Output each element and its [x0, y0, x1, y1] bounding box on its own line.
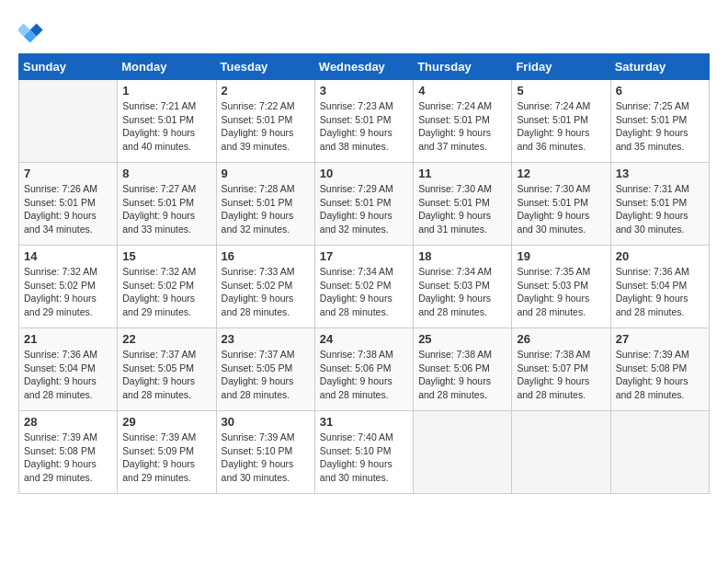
calendar-cell: 19 Sunrise: 7:35 AMSunset: 5:03 PMDaylig… [512, 246, 610, 328]
calendar-cell [414, 411, 512, 494]
day-info: Sunrise: 7:36 AMSunset: 5:04 PMDaylight:… [616, 265, 704, 319]
day-number: 23 [222, 332, 310, 346]
calendar-cell [610, 411, 709, 494]
day-info: Sunrise: 7:24 AMSunset: 5:01 PMDaylight:… [418, 99, 506, 154]
day-number: 21 [24, 332, 112, 346]
day-info: Sunrise: 7:39 AMSunset: 5:08 PMDaylight:… [616, 348, 704, 402]
day-number: 25 [418, 332, 506, 346]
calendar-cell: 1 Sunrise: 7:21 AMSunset: 5:01 PMDayligh… [118, 80, 216, 163]
day-number: 11 [418, 167, 506, 180]
day-number: 22 [122, 332, 210, 346]
day-number: 1 [122, 84, 210, 98]
calendar-cell: 26 Sunrise: 7:38 AMSunset: 5:07 PMDaylig… [512, 328, 610, 411]
day-number: 4 [418, 84, 506, 98]
calendar-cell: 7 Sunrise: 7:26 AMSunset: 5:01 PMDayligh… [19, 163, 118, 246]
col-header-monday: Monday [118, 54, 216, 80]
day-number: 8 [122, 167, 210, 180]
day-info: Sunrise: 7:22 AMSunset: 5:01 PMDaylight:… [222, 99, 310, 154]
day-info: Sunrise: 7:34 AMSunset: 5:02 PMDaylight:… [320, 265, 408, 319]
calendar-cell: 15 Sunrise: 7:32 AMSunset: 5:02 PMDaylig… [118, 246, 216, 328]
calendar-cell: 23 Sunrise: 7:37 AMSunset: 5:05 PMDaylig… [216, 328, 314, 411]
day-number: 19 [517, 249, 605, 263]
calendar-cell: 17 Sunrise: 7:34 AMSunset: 5:02 PMDaylig… [314, 246, 413, 328]
calendar-table: SundayMondayTuesdayWednesdayThursdayFrid… [18, 53, 710, 494]
calendar-cell: 24 Sunrise: 7:38 AMSunset: 5:06 PMDaylig… [314, 328, 413, 411]
day-info: Sunrise: 7:35 AMSunset: 5:03 PMDaylight:… [517, 265, 605, 319]
day-info: Sunrise: 7:32 AMSunset: 5:02 PMDaylight:… [24, 265, 112, 319]
logo-icon [18, 18, 44, 44]
calendar-cell: 12 Sunrise: 7:30 AMSunset: 5:01 PMDaylig… [512, 163, 610, 246]
day-number: 13 [616, 167, 704, 180]
col-header-thursday: Thursday [414, 54, 512, 80]
day-number: 16 [222, 249, 310, 263]
day-number: 10 [320, 167, 408, 180]
calendar-cell: 10 Sunrise: 7:29 AMSunset: 5:01 PMDaylig… [314, 163, 413, 246]
day-number: 6 [616, 84, 704, 98]
calendar-cell: 8 Sunrise: 7:27 AMSunset: 5:01 PMDayligh… [118, 163, 216, 246]
day-info: Sunrise: 7:31 AMSunset: 5:01 PMDaylight:… [616, 182, 704, 236]
day-info: Sunrise: 7:30 AMSunset: 5:01 PMDaylight:… [418, 182, 506, 236]
day-number: 9 [222, 167, 310, 180]
day-info: Sunrise: 7:21 AMSunset: 5:01 PMDaylight:… [122, 99, 210, 154]
calendar-cell: 28 Sunrise: 7:39 AMSunset: 5:08 PMDaylig… [19, 411, 118, 494]
calendar-cell: 4 Sunrise: 7:24 AMSunset: 5:01 PMDayligh… [414, 80, 512, 163]
day-info: Sunrise: 7:38 AMSunset: 5:06 PMDaylight:… [418, 348, 506, 402]
day-number: 5 [517, 84, 605, 98]
logo [18, 18, 46, 44]
calendar-cell: 31 Sunrise: 7:40 AMSunset: 5:10 PMDaylig… [314, 411, 413, 494]
day-number: 17 [320, 249, 408, 263]
day-info: Sunrise: 7:29 AMSunset: 5:01 PMDaylight:… [320, 182, 408, 236]
day-info: Sunrise: 7:37 AMSunset: 5:05 PMDaylight:… [222, 348, 310, 402]
calendar-cell: 27 Sunrise: 7:39 AMSunset: 5:08 PMDaylig… [610, 328, 709, 411]
day-info: Sunrise: 7:39 AMSunset: 5:10 PMDaylight:… [222, 431, 310, 485]
day-info: Sunrise: 7:34 AMSunset: 5:03 PMDaylight:… [418, 265, 506, 319]
day-number: 2 [222, 84, 310, 98]
day-number: 29 [122, 415, 210, 429]
calendar-cell: 21 Sunrise: 7:36 AMSunset: 5:04 PMDaylig… [19, 328, 118, 411]
day-number: 15 [122, 249, 210, 263]
calendar-cell: 9 Sunrise: 7:28 AMSunset: 5:01 PMDayligh… [216, 163, 314, 246]
day-info: Sunrise: 7:24 AMSunset: 5:01 PMDaylight:… [517, 99, 605, 154]
calendar-cell: 18 Sunrise: 7:34 AMSunset: 5:03 PMDaylig… [414, 246, 512, 328]
day-info: Sunrise: 7:26 AMSunset: 5:01 PMDaylight:… [24, 182, 112, 236]
col-header-friday: Friday [512, 54, 610, 80]
day-number: 28 [24, 415, 112, 429]
day-number: 12 [517, 167, 605, 180]
calendar-cell: 16 Sunrise: 7:33 AMSunset: 5:02 PMDaylig… [216, 246, 314, 328]
calendar-cell [512, 411, 610, 494]
calendar-cell: 5 Sunrise: 7:24 AMSunset: 5:01 PMDayligh… [512, 80, 610, 163]
calendar-cell [19, 80, 118, 163]
day-number: 27 [616, 332, 704, 346]
calendar-cell: 6 Sunrise: 7:25 AMSunset: 5:01 PMDayligh… [610, 80, 709, 163]
day-number: 31 [320, 415, 408, 429]
col-header-sunday: Sunday [19, 54, 118, 80]
day-number: 14 [24, 249, 112, 263]
day-info: Sunrise: 7:39 AMSunset: 5:08 PMDaylight:… [24, 431, 112, 485]
day-info: Sunrise: 7:33 AMSunset: 5:02 PMDaylight:… [222, 265, 310, 319]
day-number: 7 [24, 167, 112, 180]
day-info: Sunrise: 7:32 AMSunset: 5:02 PMDaylight:… [122, 265, 210, 319]
day-info: Sunrise: 7:27 AMSunset: 5:01 PMDaylight:… [122, 182, 210, 236]
day-info: Sunrise: 7:36 AMSunset: 5:04 PMDaylight:… [24, 348, 112, 402]
col-header-tuesday: Tuesday [216, 54, 314, 80]
day-info: Sunrise: 7:40 AMSunset: 5:10 PMDaylight:… [320, 431, 408, 485]
page-header [18, 18, 710, 44]
calendar-cell: 2 Sunrise: 7:22 AMSunset: 5:01 PMDayligh… [216, 80, 314, 163]
day-info: Sunrise: 7:28 AMSunset: 5:01 PMDaylight:… [222, 182, 310, 236]
day-number: 20 [616, 249, 704, 263]
calendar-cell: 13 Sunrise: 7:31 AMSunset: 5:01 PMDaylig… [610, 163, 709, 246]
calendar-cell: 30 Sunrise: 7:39 AMSunset: 5:10 PMDaylig… [216, 411, 314, 494]
day-info: Sunrise: 7:25 AMSunset: 5:01 PMDaylight:… [616, 99, 704, 154]
calendar-cell: 14 Sunrise: 7:32 AMSunset: 5:02 PMDaylig… [19, 246, 118, 328]
day-number: 24 [320, 332, 408, 346]
day-number: 30 [222, 415, 310, 429]
day-info: Sunrise: 7:37 AMSunset: 5:05 PMDaylight:… [122, 348, 210, 402]
calendar-cell: 22 Sunrise: 7:37 AMSunset: 5:05 PMDaylig… [118, 328, 216, 411]
calendar-cell: 25 Sunrise: 7:38 AMSunset: 5:06 PMDaylig… [414, 328, 512, 411]
day-info: Sunrise: 7:23 AMSunset: 5:01 PMDaylight:… [320, 99, 408, 154]
calendar-cell: 29 Sunrise: 7:39 AMSunset: 5:09 PMDaylig… [118, 411, 216, 494]
col-header-saturday: Saturday [610, 54, 709, 80]
day-info: Sunrise: 7:39 AMSunset: 5:09 PMDaylight:… [122, 431, 210, 485]
day-info: Sunrise: 7:38 AMSunset: 5:06 PMDaylight:… [320, 348, 408, 402]
calendar-cell: 3 Sunrise: 7:23 AMSunset: 5:01 PMDayligh… [314, 80, 413, 163]
